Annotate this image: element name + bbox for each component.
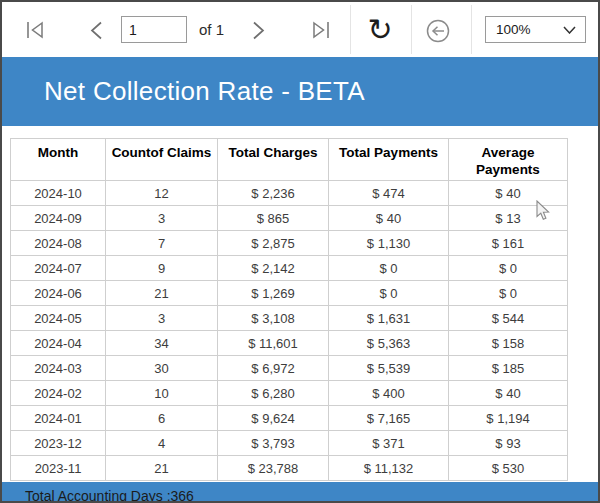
table-cell: $ 1,631 — [329, 306, 449, 331]
table-row: 2023-1121$ 23,788$ 11,132$ 530 — [11, 456, 568, 481]
table-cell: $ 2,236 — [218, 181, 329, 206]
table-cell: $ 0 — [449, 281, 568, 306]
table-cell: $ 11,132 — [329, 456, 449, 481]
table-cell: 4 — [106, 431, 218, 456]
next-page-button[interactable] — [248, 20, 268, 40]
toolbar-divider — [471, 5, 472, 54]
table-cell: $ 865 — [218, 206, 329, 231]
table-cell: 2024-01 — [11, 406, 106, 431]
table-cell: $ 7,165 — [329, 406, 449, 431]
table-row: 2024-093$ 865$ 40$ 13 — [11, 206, 568, 231]
table-row: 2024-087$ 2,875$ 1,130$ 161 — [11, 231, 568, 256]
table-cell: $ 1,130 — [329, 231, 449, 256]
table-cell: $ 0 — [329, 256, 449, 281]
table-cell: 2024-08 — [11, 231, 106, 256]
table-cell: 2024-09 — [11, 206, 106, 231]
table-row: 2023-124$ 3,793$ 371$ 93 — [11, 431, 568, 456]
table-head: MonthCountof ClaimsTotal ChargesTotal Pa… — [11, 139, 568, 181]
table-cell: $ 544 — [449, 306, 568, 331]
table-cell: 2024-10 — [11, 181, 106, 206]
table-cell: 34 — [106, 331, 218, 356]
table-cell: $ 5,539 — [329, 356, 449, 381]
table-row: 2024-016$ 9,624$ 7,165$ 1,194 — [11, 406, 568, 431]
table-cell: $ 40 — [449, 181, 568, 206]
table-cell: $ 40 — [449, 381, 568, 406]
table-cell: $ 1,269 — [218, 281, 329, 306]
table-cell: 7 — [106, 231, 218, 256]
toolbar-divider — [411, 5, 412, 54]
table-cell: $ 9,624 — [218, 406, 329, 431]
report-table: MonthCountof ClaimsTotal ChargesTotal Pa… — [10, 138, 568, 481]
table-cell: 10 — [106, 381, 218, 406]
table-cell: $ 158 — [449, 331, 568, 356]
table-cell: 3 — [106, 306, 218, 331]
report-header-band: Net Collection Rate - BETA — [2, 57, 598, 126]
table-cell: 2023-11 — [11, 456, 106, 481]
column-header: Month — [11, 139, 106, 181]
report-body: MonthCountof ClaimsTotal ChargesTotal Pa… — [10, 138, 598, 481]
table-cell: 2024-05 — [11, 306, 106, 331]
footer-total-accounting-days: Total Accounting Days :366 — [25, 488, 194, 501]
first-page-button[interactable] — [22, 19, 50, 41]
table-cell: $ 13 — [449, 206, 568, 231]
zoom-level-value: 100% — [496, 22, 531, 37]
chevron-down-icon — [563, 26, 576, 34]
table-cell: 21 — [106, 281, 218, 306]
table-cell: 3 — [106, 206, 218, 231]
table-cell: 9 — [106, 256, 218, 281]
table-row: 2024-0210$ 6,280$ 400$ 40 — [11, 381, 568, 406]
table-cell: $ 2,142 — [218, 256, 329, 281]
table-row: 2024-0330$ 6,972$ 5,539$ 185 — [11, 356, 568, 381]
back-button[interactable] — [424, 17, 452, 45]
back-arrow-icon — [425, 18, 451, 44]
table-cell: $ 1,194 — [449, 406, 568, 431]
column-header: Total Charges — [218, 139, 329, 181]
table-row: 2024-0621$ 1,269$ 0$ 0 — [11, 281, 568, 306]
table-row: 2024-1012$ 2,236$ 474$ 40 — [11, 181, 568, 206]
table-cell: $ 474 — [329, 181, 449, 206]
pagination-toolbar: of 1 ↻ 100% — [2, 2, 598, 57]
table-cell: 2023-12 — [11, 431, 106, 456]
table-cell: $ 371 — [329, 431, 449, 456]
last-page-icon — [309, 20, 331, 40]
table-cell: $ 185 — [449, 356, 568, 381]
first-page-icon — [25, 20, 47, 40]
table-cell: 2024-03 — [11, 356, 106, 381]
header-row: MonthCountof ClaimsTotal ChargesTotal Pa… — [11, 139, 568, 181]
page-count-label: of 1 — [199, 2, 224, 57]
table-cell: $ 23,788 — [218, 456, 329, 481]
column-header: Total Payments — [329, 139, 449, 181]
table-cell: 2024-06 — [11, 281, 106, 306]
table-cell: $ 93 — [449, 431, 568, 456]
table-row: 2024-079$ 2,142$ 0$ 0 — [11, 256, 568, 281]
previous-page-button[interactable] — [86, 20, 106, 40]
table-cell: $ 2,875 — [218, 231, 329, 256]
table-cell: $ 0 — [449, 256, 568, 281]
column-header: Countof Claims — [106, 139, 218, 181]
table-cell: 2024-07 — [11, 256, 106, 281]
table-cell: $ 40 — [329, 206, 449, 231]
table-cell: $ 11,601 — [218, 331, 329, 356]
refresh-button[interactable]: ↻ — [364, 13, 396, 47]
column-header: Average Payments — [449, 139, 568, 181]
table-cell: 6 — [106, 406, 218, 431]
chevron-left-icon — [90, 21, 103, 40]
last-page-button[interactable] — [306, 19, 334, 41]
table-cell: $ 6,972 — [218, 356, 329, 381]
toolbar-divider — [350, 5, 351, 54]
zoom-level-select[interactable]: 100% — [485, 16, 586, 43]
table-cell: 2024-04 — [11, 331, 106, 356]
table-cell: $ 530 — [449, 456, 568, 481]
table-cell: $ 6,280 — [218, 381, 329, 406]
table-cell: $ 400 — [329, 381, 449, 406]
table-cell: $ 161 — [449, 231, 568, 256]
chevron-right-icon — [252, 21, 265, 40]
refresh-icon: ↻ — [367, 15, 392, 45]
table-cell: 2024-02 — [11, 381, 106, 406]
report-footer-band: Total Accounting Days :366 — [2, 482, 598, 501]
table-cell: $ 3,793 — [218, 431, 329, 456]
table-cell: 21 — [106, 456, 218, 481]
table-cell: 12 — [106, 181, 218, 206]
page-number-input[interactable] — [121, 16, 187, 43]
table-row: 2024-053$ 3,108$ 1,631$ 544 — [11, 306, 568, 331]
